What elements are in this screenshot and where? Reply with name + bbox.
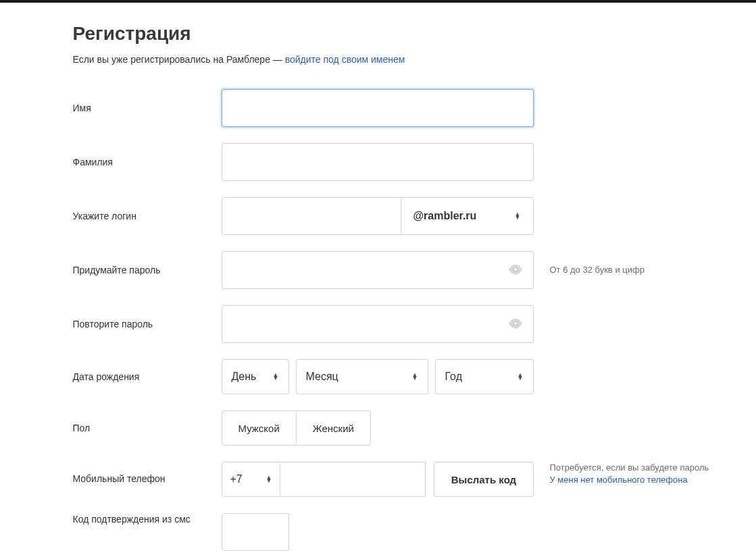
login-domain-value: @rambler.ru (413, 210, 477, 222)
row-firstname: Имя (73, 89, 723, 127)
sort-arrows-icon: ▲▼ (266, 476, 272, 483)
eye-icon[interactable] (508, 265, 523, 275)
sort-arrows-icon: ▲▼ (412, 373, 418, 380)
label-firstname: Имя (73, 102, 222, 115)
label-code: Код подтверждения из смс (73, 513, 222, 526)
row-code: Код подтверждения из смс (73, 513, 723, 551)
label-lastname: Фамилия (73, 156, 222, 169)
row-password: Придумайте пароль От 6 до 32 букв и цифр (73, 251, 723, 289)
label-birthdate: Дата рождения (73, 371, 222, 383)
login-domain-select[interactable]: @rambler.ru ▲▼ (401, 198, 533, 234)
repeat-password-wrapper (222, 305, 534, 343)
password-hint: От 6 до 32 букв и цифр (534, 264, 645, 276)
send-code-button[interactable]: Выслать код (434, 462, 533, 497)
svg-point-1 (513, 321, 518, 325)
phone-prefix-value: +7 (230, 473, 243, 485)
login-wrapper: @rambler.ru ▲▼ (222, 197, 534, 235)
sms-code-input[interactable] (222, 513, 289, 551)
gender-buttons: Мужской Женский (222, 410, 371, 446)
svg-point-0 (513, 267, 518, 271)
label-gender: Пол (73, 422, 222, 435)
label-phone: Мобильный телефон (73, 462, 222, 485)
sort-arrows-icon: ▲▼ (518, 373, 524, 380)
label-password: Придумайте пароль (73, 264, 222, 277)
row-login: Укажите логин @rambler.ru ▲▼ (73, 197, 723, 235)
row-birthdate: Дата рождения День ▲▼ Месяц ▲▼ Год ▲▼ (73, 359, 723, 394)
no-phone-link[interactable]: У меня нет мобильного телефона (550, 475, 688, 485)
row-lastname: Фамилия (73, 143, 723, 181)
sort-arrows-icon: ▲▼ (273, 373, 279, 380)
year-select[interactable]: Год ▲▼ (435, 359, 534, 394)
password-input[interactable] (222, 251, 534, 289)
day-label: День (232, 371, 257, 383)
gender-male-button[interactable]: Мужской (222, 410, 296, 446)
login-link[interactable]: войдите под своим именем (285, 54, 405, 65)
month-label: Месяц (306, 371, 338, 383)
row-phone: Мобильный телефон +7 ▲▼ Выслать код Потр… (73, 462, 723, 497)
label-repeat-password: Повторите пароль (73, 318, 222, 331)
gender-female-button[interactable]: Женский (296, 410, 371, 446)
lastname-input[interactable] (222, 143, 534, 181)
page-title: Регистрация (73, 23, 723, 45)
date-selects: День ▲▼ Месяц ▲▼ Год ▲▼ (222, 359, 534, 394)
phone-hint: Потребуется, если вы забудете пароль У м… (534, 462, 709, 485)
row-repeat-password: Повторите пароль (73, 305, 723, 343)
phone-wrapper: +7 ▲▼ Выслать код (222, 462, 534, 497)
day-select[interactable]: День ▲▼ (222, 359, 289, 394)
login-input[interactable] (222, 198, 401, 234)
phone-prefix-select[interactable]: +7 ▲▼ (222, 462, 281, 497)
registration-container: Регистрация Если вы уже регистрировались… (20, 3, 736, 559)
sort-arrows-icon: ▲▼ (515, 213, 521, 219)
already-prefix: Если вы уже регистрировались на Рамблере… (73, 54, 285, 65)
year-label: Год (445, 371, 462, 383)
already-registered-text: Если вы уже регистрировались на Рамблере… (73, 54, 723, 65)
phone-input[interactable] (280, 462, 426, 497)
repeat-password-input[interactable] (222, 305, 534, 343)
label-login: Укажите логин (73, 210, 222, 223)
eye-icon[interactable] (508, 319, 523, 329)
password-wrapper (222, 251, 534, 289)
firstname-input[interactable] (222, 89, 534, 127)
phone-hint-text: Потребуется, если вы забудете пароль (550, 462, 709, 473)
row-gender: Пол Мужской Женский (73, 410, 723, 446)
month-select[interactable]: Месяц ▲▼ (296, 359, 428, 394)
